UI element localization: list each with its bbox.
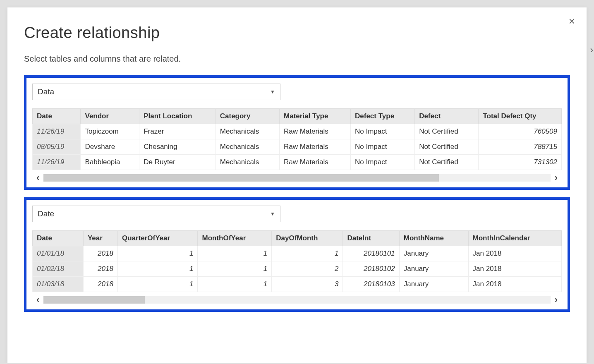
cell-total-defect-qty: 788715 (479, 139, 562, 155)
cell-date: 01/03/18 (33, 277, 84, 292)
cell-defect-type: No Impact (351, 139, 415, 155)
second-table-section: Date ▼ Date Year QuarterOfYear MonthOfYe… (24, 197, 570, 312)
cell-dateint: 20180102 (343, 261, 399, 277)
col-dayofmonth[interactable]: DayOfMonth (272, 231, 343, 246)
cell-year: 2018 (83, 277, 117, 292)
col-year[interactable]: Year (83, 231, 117, 246)
cell-date: 01/02/18 (33, 261, 84, 277)
col-total-defect-qty[interactable]: Total Defect Qty (479, 109, 562, 124)
cell-date: 11/26/19 (33, 124, 81, 139)
cell-month: 1 (198, 261, 272, 277)
scroll-track[interactable] (43, 174, 550, 182)
scroll-right-icon[interactable]: › (551, 295, 562, 305)
horizontal-scrollbar[interactable]: ‹ › (32, 294, 562, 306)
cell-total-defect-qty: 760509 (479, 124, 562, 139)
dialog-title: Create relationship (24, 24, 570, 42)
table-row[interactable]: 08/05/19 Devshare Chesaning Mechanicals … (33, 139, 562, 155)
scroll-thumb[interactable] (43, 174, 439, 182)
cell-quarter: 1 (117, 261, 198, 277)
cell-dateint: 20180103 (343, 277, 399, 292)
scroll-thumb[interactable] (43, 296, 145, 304)
col-material-type[interactable]: Material Type (280, 109, 351, 124)
first-table-section: Data ▼ Date Vendor Plant Location Catego… (24, 75, 570, 190)
cell-date: 01/01/18 (33, 246, 84, 261)
col-dateint[interactable]: DateInt (343, 231, 399, 246)
cell-category: Mechanicals (216, 124, 279, 139)
table-header-row: Date Year QuarterOfYear MonthOfYear DayO… (33, 231, 562, 246)
cell-year: 2018 (83, 246, 117, 261)
cell-material-type: Raw Materials (280, 124, 351, 139)
second-table-dropdown-label: Date (38, 209, 54, 218)
cell-defect: Not Certified (415, 124, 479, 139)
cell-defect-type: No Impact (351, 155, 415, 170)
scroll-left-icon[interactable]: ‹ (32, 295, 43, 305)
cell-quarter: 1 (117, 246, 198, 261)
chevron-right-icon[interactable]: › (590, 45, 593, 55)
col-category[interactable]: Category (216, 109, 279, 124)
cell-monthname: January (399, 246, 468, 261)
first-table-dropdown-label: Data (38, 87, 54, 96)
col-monthname[interactable]: MonthName (399, 231, 468, 246)
scroll-track[interactable] (43, 296, 550, 304)
cell-day: 1 (272, 246, 343, 261)
col-quarterofyear[interactable]: QuarterOfYear (117, 231, 198, 246)
cell-quarter: 1 (117, 277, 198, 292)
cell-defect-type: No Impact (351, 124, 415, 139)
cell-month: 1 (198, 277, 272, 292)
cell-plant-location: Chesaning (139, 139, 216, 155)
cell-plant-location: De Ruyter (139, 155, 216, 170)
cell-monthincalendar: Jan 2018 (468, 261, 561, 277)
cell-date: 11/26/19 (33, 155, 81, 170)
horizontal-scrollbar[interactable]: ‹ › (32, 172, 562, 184)
cell-vendor: Babbleopia (81, 155, 139, 170)
table-row[interactable]: 11/26/19 Babbleopia De Ruyter Mechanical… (33, 155, 562, 170)
cell-monthincalendar: Jan 2018 (468, 277, 561, 292)
cell-monthname: January (399, 277, 468, 292)
chevron-down-icon: ▼ (270, 211, 275, 217)
close-icon[interactable]: × (569, 16, 575, 26)
scroll-right-icon[interactable]: › (551, 172, 562, 183)
cell-plant-location: Frazer (139, 124, 216, 139)
cell-day: 3 (272, 277, 343, 292)
dialog-subtitle: Select tables and columns that are relat… (24, 54, 570, 64)
col-defect-type[interactable]: Defect Type (351, 109, 415, 124)
table-header-row: Date Vendor Plant Location Category Mate… (33, 109, 562, 124)
second-table-preview: Date Year QuarterOfYear MonthOfYear DayO… (32, 230, 562, 292)
first-table-preview: Date Vendor Plant Location Category Mate… (32, 108, 562, 170)
cell-year: 2018 (83, 261, 117, 277)
col-monthincalendar[interactable]: MonthInCalendar (468, 231, 561, 246)
second-table-dropdown[interactable]: Date ▼ (32, 206, 280, 222)
table-row[interactable]: 01/02/18 2018 1 1 2 20180102 January Jan… (33, 261, 562, 277)
cell-material-type: Raw Materials (280, 139, 351, 155)
col-vendor[interactable]: Vendor (81, 109, 139, 124)
cell-defect: Not Certified (415, 139, 479, 155)
cell-total-defect-qty: 731302 (479, 155, 562, 170)
cell-monthincalendar: Jan 2018 (468, 246, 561, 261)
table-row[interactable]: 01/03/18 2018 1 1 3 20180103 January Jan… (33, 277, 562, 292)
cell-material-type: Raw Materials (280, 155, 351, 170)
cell-category: Mechanicals (216, 155, 279, 170)
create-relationship-dialog: × Create relationship Select tables and … (7, 7, 587, 363)
cell-vendor: Topiczoom (81, 124, 139, 139)
chevron-down-icon: ▼ (270, 89, 275, 95)
cell-date: 08/05/19 (33, 139, 81, 155)
cell-defect: Not Certified (415, 155, 479, 170)
table-row[interactable]: 01/01/18 2018 1 1 1 20180101 January Jan… (33, 246, 562, 261)
col-monthofyear[interactable]: MonthOfYear (198, 231, 272, 246)
scroll-left-icon[interactable]: ‹ (32, 172, 43, 183)
first-table-dropdown[interactable]: Data ▼ (32, 84, 280, 100)
col-date[interactable]: Date (33, 109, 81, 124)
cell-day: 2 (272, 261, 343, 277)
cell-monthname: January (399, 261, 468, 277)
col-defect[interactable]: Defect (415, 109, 479, 124)
cell-dateint: 20180101 (343, 246, 399, 261)
table-row[interactable]: 11/26/19 Topiczoom Frazer Mechanicals Ra… (33, 124, 562, 139)
cell-month: 1 (198, 246, 272, 261)
cell-category: Mechanicals (216, 139, 279, 155)
cell-vendor: Devshare (81, 139, 139, 155)
col-plant-location[interactable]: Plant Location (139, 109, 216, 124)
col-date[interactable]: Date (33, 231, 84, 246)
